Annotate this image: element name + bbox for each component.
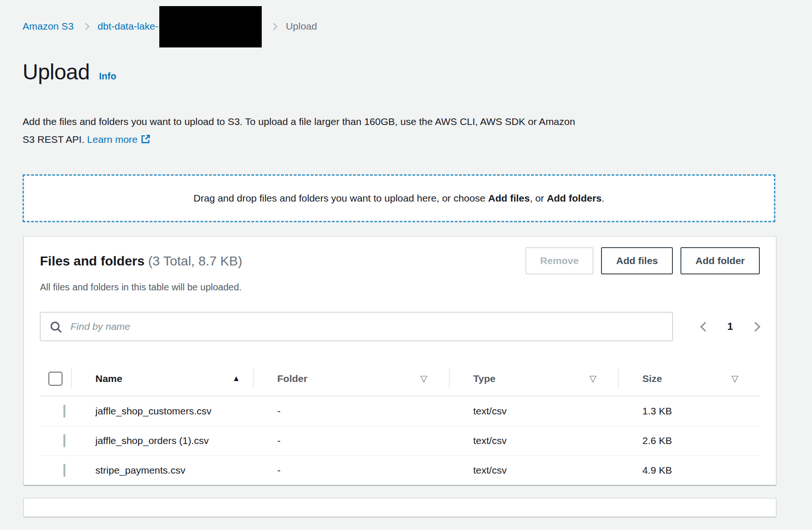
sort-ascending-icon[interactable]: ▲ (232, 374, 240, 383)
page-title: Upload (23, 57, 90, 86)
column-label: Name (95, 373, 122, 384)
file-type-cell: text/csv (449, 397, 618, 426)
next-page-icon[interactable] (750, 321, 760, 331)
row-select-cell (40, 397, 74, 425)
column-header-folder[interactable]: Folder▽ (253, 361, 449, 396)
files-table: Name▲ Folder▽ Type▽ Size▽ jaffle_shop_cu… (24, 361, 776, 485)
learn-more-label: Learn more (87, 134, 137, 145)
row-checkbox[interactable] (63, 464, 65, 477)
row-select-cell (40, 456, 74, 484)
filter-icon[interactable]: ▽ (420, 373, 427, 384)
table-row: jaffle_shop_orders (1).csv - text/csv 2.… (40, 426, 760, 456)
table-row: stripe_payments.csv - text/csv 4.9 KB (40, 456, 760, 485)
dropzone-text: Drag and drop files and folders you want… (194, 193, 604, 204)
add-folder-button[interactable]: Add folder (680, 247, 760, 274)
filter-icon[interactable]: ▽ (731, 373, 738, 384)
select-all-checkbox[interactable] (48, 372, 62, 386)
file-size-cell: 4.9 KB (618, 456, 760, 485)
files-and-folders-panel: Files and folders (3 Total, 8.7 KB) All … (23, 236, 776, 485)
remove-button[interactable]: Remove (525, 247, 594, 274)
file-name-cell: jaffle_shop_orders (1).csv (71, 426, 253, 455)
file-folder-cell: - (253, 397, 449, 426)
redacted-bucket-name (159, 6, 262, 47)
pagination: 1 (702, 320, 760, 333)
file-folder-cell: - (253, 426, 449, 455)
file-type-cell: text/csv (449, 456, 618, 485)
file-size-cell: 2.6 KB (618, 426, 760, 455)
table-row: jaffle_shop_customers.csv - text/csv 1.3… (40, 397, 760, 426)
row-select-cell (40, 427, 74, 455)
description-line-2: S3 REST API. (23, 134, 85, 145)
row-checkbox[interactable] (63, 405, 65, 418)
file-type-cell: text/csv (449, 426, 618, 455)
next-section-edge (23, 498, 776, 517)
breadcrumb: Amazon S3dbt-data-lake-Upload (23, 20, 789, 33)
column-label: Folder (277, 373, 307, 384)
breadcrumb-chevron-icon (82, 23, 89, 31)
external-link-icon (141, 134, 151, 144)
file-name-cell: jaffle_shop_customers.csv (71, 397, 253, 426)
panel-actions: Remove Add files Add folder (525, 247, 760, 274)
add-files-button[interactable]: Add files (601, 247, 673, 274)
search-box (40, 312, 673, 341)
dropzone[interactable]: Drag and drop files and folders you want… (23, 174, 775, 222)
panel-title: Files and folders (3 Total, 8.7 KB) (40, 253, 242, 270)
select-all-cell (40, 361, 71, 396)
column-label: Type (473, 373, 495, 384)
info-link[interactable]: Info (99, 71, 117, 82)
panel-header: Files and folders (3 Total, 8.7 KB) All … (24, 237, 776, 293)
column-header-size[interactable]: Size▽ (618, 361, 760, 396)
column-header-name[interactable]: Name▲ (71, 361, 253, 396)
row-checkbox[interactable] (63, 434, 65, 447)
file-size-cell: 1.3 KB (618, 397, 760, 426)
breadcrumb-chevron-icon (270, 23, 278, 31)
page-header: Upload Info (23, 57, 789, 86)
current-page-number[interactable]: 1 (725, 320, 736, 333)
table-header-row: Name▲ Folder▽ Type▽ Size▽ (40, 361, 760, 397)
file-name-cell: stripe_payments.csv (71, 456, 253, 485)
column-label: Size (642, 373, 662, 384)
search-input[interactable] (40, 312, 673, 341)
description-line-1: Add the files and folders you want to up… (23, 116, 575, 127)
s3-upload-page: Amazon S3dbt-data-lake-Upload Upload Inf… (0, 0, 812, 530)
table-toolbar: 1 (40, 312, 760, 341)
filter-icon[interactable]: ▽ (589, 373, 596, 384)
page-description: Add the files and folders you want to up… (23, 113, 789, 148)
prev-page-icon[interactable] (700, 321, 710, 331)
column-header-type[interactable]: Type▽ (449, 361, 618, 396)
breadcrumb-current-page: Upload (286, 21, 317, 31)
learn-more-link[interactable]: Learn more (87, 134, 150, 145)
file-folder-cell: - (253, 456, 449, 485)
panel-count-summary: (3 Total, 8.7 KB) (148, 254, 242, 268)
breadcrumb-link-amazon-s3[interactable]: Amazon S3 (23, 21, 74, 31)
panel-subtitle: All files and folders in this table will… (40, 281, 242, 293)
breadcrumb-link-bucket[interactable]: dbt-data-lake- (98, 21, 159, 31)
